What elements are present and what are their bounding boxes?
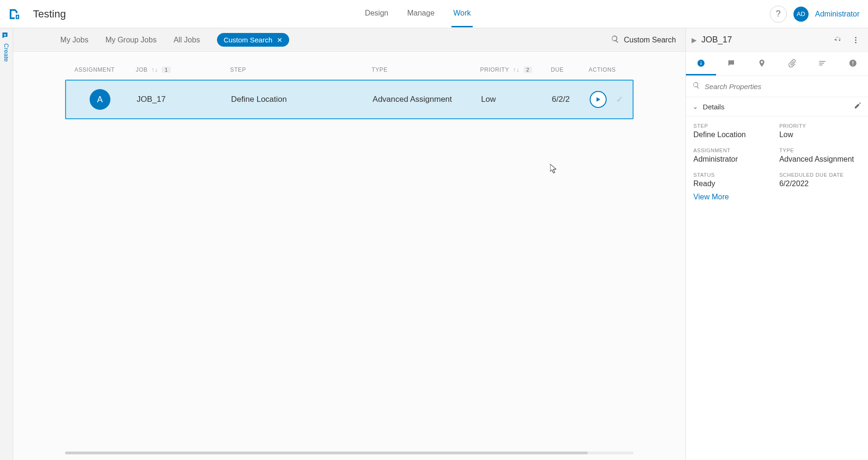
search-icon (693, 82, 700, 91)
view-more-link[interactable]: View More (686, 190, 868, 211)
custom-search-button[interactable]: Custom Search (611, 35, 676, 45)
status-label: STATUS (693, 172, 775, 178)
user-avatar[interactable]: AD (793, 7, 809, 22)
side-panel: ▶ JOB_17 (685, 28, 868, 460)
step-value: Define Location (693, 131, 775, 139)
col-job-label: JOB (136, 66, 148, 73)
priority-sort-order: 2 (524, 66, 533, 73)
panel-tab-holds[interactable] (838, 52, 868, 75)
panel-tab-comments[interactable] (716, 52, 746, 75)
content-area: ASSIGNMENT JOB ↑↓ 1 STEP TYPE PRIORITY ↑… (13, 52, 685, 460)
step-label: STEP (693, 123, 775, 129)
custom-search-label: Custom Search (624, 36, 676, 44)
create-icon[interactable] (1, 31, 11, 41)
nav-design[interactable]: Design (363, 0, 390, 27)
job-sort-order: 1 (162, 66, 171, 73)
panel-collapse-icon[interactable]: ▶ (692, 36, 697, 44)
row-actions: ✓ (590, 91, 623, 108)
table-header: ASSIGNMENT JOB ↑↓ 1 STEP TYPE PRIORITY ↑… (65, 66, 634, 80)
chip-label: Custom Search (224, 36, 272, 44)
row-step: Define Location (231, 95, 373, 104)
tab-my-group-jobs[interactable]: My Group Jobs (105, 36, 156, 44)
app-title: Testing (33, 8, 66, 20)
panel-tab-location[interactable] (747, 52, 777, 75)
run-button[interactable] (590, 91, 607, 108)
panel-search (686, 76, 868, 97)
col-priority-label: PRIORITY (480, 66, 509, 73)
top-right: ? AD Administrator (770, 6, 860, 23)
col-due[interactable]: DUE (551, 66, 589, 73)
due-label: SCHEDULED DUE DATE (779, 172, 860, 178)
col-step[interactable]: STEP (230, 66, 372, 73)
create-label[interactable]: Create (3, 43, 10, 62)
priority-value: Low (779, 131, 860, 139)
field-status: STATUS Ready (693, 172, 775, 188)
type-value: Advanced Assignment (779, 155, 860, 164)
horizontal-scrollbar[interactable] (65, 452, 634, 454)
left-rail: Create (0, 28, 13, 460)
main-area: My Jobs My Group Jobs All Jobs Custom Se… (13, 28, 685, 460)
refresh-icon[interactable] (831, 33, 844, 47)
assignment-label: ASSIGNMENT (693, 148, 775, 153)
field-due: SCHEDULED DUE DATE 6/2/2022 (779, 172, 860, 188)
properties-search-input[interactable] (705, 82, 861, 90)
due-value: 6/2/2022 (779, 180, 860, 188)
field-assignment: ASSIGNMENT Administrator (693, 148, 775, 164)
field-step: STEP Define Location (693, 123, 775, 139)
chip-close-icon[interactable]: ✕ (277, 36, 283, 44)
col-job[interactable]: JOB ↑↓ 1 (136, 66, 230, 73)
row-priority: Low (481, 95, 552, 104)
sort-icon: ↑↓ (151, 66, 158, 73)
panel-tab-diagram[interactable] (807, 52, 837, 75)
svg-point-1 (855, 39, 857, 41)
col-actions: ACTIONS (589, 66, 624, 73)
col-priority[interactable]: PRIORITY ↑↓ 2 (480, 66, 551, 73)
edit-icon[interactable] (854, 102, 861, 111)
search-icon (611, 35, 619, 45)
assignment-value: Administrator (693, 155, 775, 164)
col-type[interactable]: TYPE (372, 66, 480, 73)
field-type: TYPE Advanced Assignment (779, 148, 860, 164)
mouse-cursor (550, 164, 558, 173)
chevron-down-icon[interactable]: ⌄ (693, 103, 698, 110)
panel-tab-attachments[interactable] (777, 52, 807, 75)
panel-tabs (686, 52, 868, 76)
row-avatar: A (90, 89, 110, 110)
job-tabs: My Jobs My Group Jobs All Jobs Custom Se… (60, 33, 289, 47)
priority-label: PRIORITY (779, 123, 860, 129)
row-type: Advanced Assignment (373, 95, 481, 104)
top-bar: Testing Design Manage Work ? AD Administ… (0, 0, 868, 28)
custom-search-chip: Custom Search ✕ (217, 33, 289, 47)
more-icon[interactable] (849, 33, 862, 47)
app-logo (5, 5, 24, 24)
svg-point-2 (855, 41, 857, 43)
tab-my-jobs[interactable]: My Jobs (60, 36, 89, 44)
tab-all-jobs[interactable]: All Jobs (174, 36, 200, 44)
nav-work[interactable]: Work (451, 0, 473, 27)
scrollbar-thumb[interactable] (65, 452, 588, 454)
top-nav: Design Manage Work (66, 0, 770, 27)
help-icon[interactable]: ? (770, 6, 787, 23)
panel-header: ▶ JOB_17 (686, 28, 868, 52)
details-grid: STEP Define Location PRIORITY Low ASSIGN… (686, 116, 868, 190)
svg-point-0 (855, 37, 857, 38)
user-name-link[interactable]: Administrator (815, 10, 860, 18)
subheader: My Jobs My Group Jobs All Jobs Custom Se… (13, 28, 685, 52)
type-label: TYPE (779, 148, 860, 153)
col-assignment[interactable]: ASSIGNMENT (75, 66, 136, 73)
details-section-header[interactable]: ⌄ Details (686, 97, 868, 116)
panel-title: JOB_17 (701, 35, 826, 45)
row-job: JOB_17 (137, 95, 231, 104)
status-value: Ready (693, 180, 775, 188)
field-priority: PRIORITY Low (779, 123, 860, 139)
complete-icon[interactable]: ✓ (616, 94, 623, 105)
sort-icon: ↑↓ (513, 66, 519, 73)
nav-manage[interactable]: Manage (405, 0, 436, 27)
panel-tab-info[interactable] (686, 52, 716, 75)
job-row[interactable]: A JOB_17 Define Location Advanced Assign… (65, 80, 634, 119)
row-due: 6/2/2 (552, 95, 590, 104)
details-label: Details (703, 103, 849, 111)
